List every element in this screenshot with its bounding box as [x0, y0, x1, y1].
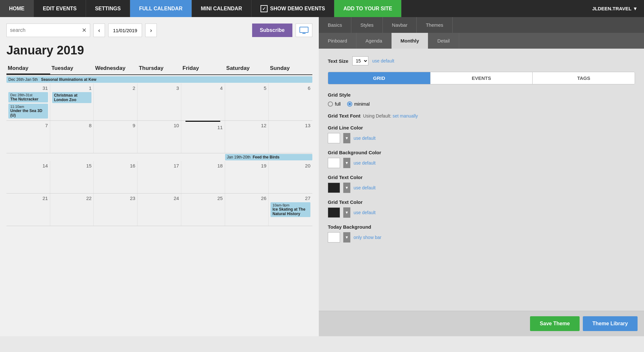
- tab-pinboard[interactable]: Pinboard: [319, 33, 356, 49]
- month-title: January 2019: [6, 43, 312, 57]
- right-panel-content: Text Size 15 use default GRID EVENTS TAG…: [319, 49, 644, 311]
- tab-styles[interactable]: Styles: [351, 17, 383, 33]
- event-christmas-zoo[interactable]: Christmas at London Zoo: [52, 92, 92, 103]
- today-bg-dropdown[interactable]: ▼: [343, 232, 350, 243]
- text-size-use-default[interactable]: use default: [372, 58, 394, 63]
- event-ice-skating[interactable]: 10am-9pm Ice Skating at The Natural Hist…: [270, 202, 310, 217]
- radio-minimal[interactable]: [347, 101, 352, 107]
- grid-line-color-dropdown[interactable]: ▼: [343, 133, 350, 143]
- clear-search-button[interactable]: ✕: [82, 27, 87, 34]
- set-manually-link[interactable]: set manually: [393, 113, 418, 119]
- event-feed-birds[interactable]: Jan 19th-20th Feed the Birds: [225, 154, 312, 160]
- cal-cell-8: 8: [50, 121, 94, 153]
- grid-bg-color-swatch[interactable]: [328, 158, 340, 168]
- search-input[interactable]: [10, 27, 82, 33]
- cal-cell-4: 4: [181, 83, 225, 120]
- grid-text-color-2-dropdown[interactable]: ▼: [343, 207, 350, 218]
- nav-show-demo[interactable]: ✓ SHOW DEMO EVENTS: [251, 0, 335, 17]
- today-bg-picker: ▼ only show bar: [328, 232, 635, 243]
- sub-tab-tags[interactable]: TAGS: [533, 72, 635, 84]
- nav-edit-events[interactable]: EDIT EVENTS: [34, 0, 86, 17]
- grid-text-color-2-picker: ▼ use default: [328, 207, 635, 218]
- grid-bg-use-default[interactable]: use default: [354, 160, 376, 166]
- event-seasonal-illuminations[interactable]: Dec 26th-Jan 5th Seasonal Illuminations …: [6, 76, 312, 83]
- nav-mini-calendar[interactable]: MINI CALENDAR: [192, 0, 251, 17]
- screen-view-button[interactable]: [296, 24, 312, 37]
- grid-text-color-1-dropdown[interactable]: ▼: [343, 183, 350, 193]
- grid-bg-color-row: Grid Background Color ▼ use default: [328, 150, 635, 168]
- main-layout: ✕ ‹ 11/01/2019 › Subscribe January 2019: [0, 17, 644, 336]
- day-number: 3: [139, 85, 179, 91]
- grid-line-color-picker: ▼ use default: [328, 133, 635, 143]
- tab-agenda[interactable]: Agenda: [356, 33, 392, 49]
- grid-line-color-swatch[interactable]: [328, 133, 340, 143]
- grid-text-color-1-use-default[interactable]: use default: [354, 185, 376, 190]
- grid-text-font-row: Grid Text Font Using Default: set manual…: [328, 113, 635, 119]
- next-month-button[interactable]: ›: [145, 24, 157, 37]
- event-under-sea[interactable]: 11:10am Under the Sea 3D (U): [8, 104, 48, 119]
- user-menu[interactable]: JLDEEN.TRAVEL ▼: [586, 0, 644, 17]
- sub-tab-grid[interactable]: GRID: [328, 72, 431, 84]
- grid-line-use-default[interactable]: use default: [354, 136, 376, 141]
- day-number: 31: [8, 85, 48, 91]
- tab-monthly[interactable]: Monthly: [392, 33, 429, 49]
- cal-cell-19: 19: [225, 161, 269, 193]
- text-size-select[interactable]: 15: [352, 56, 368, 65]
- tab-basics[interactable]: Basics: [319, 17, 351, 33]
- header-friday: Friday: [181, 63, 225, 74]
- grid-text-color-1-label: Grid Text Color: [328, 175, 635, 180]
- grid-style-title: Grid Style: [328, 92, 635, 98]
- tab-themes[interactable]: Themes: [417, 17, 452, 33]
- prev-month-button[interactable]: ‹: [93, 24, 105, 37]
- cal-cell-7: 7: [6, 121, 50, 153]
- save-theme-button[interactable]: Save Theme: [530, 316, 579, 331]
- grid-text-color-1-swatch[interactable]: [328, 183, 340, 193]
- day-number: 1: [52, 85, 92, 91]
- today-bg-label: Today Background: [328, 224, 635, 230]
- cal-cell-26: 26: [225, 194, 269, 226]
- day-number: 24: [139, 195, 179, 202]
- grid-style-full[interactable]: full: [328, 101, 341, 107]
- right-tabs-row1: Basics Styles Navbar Themes: [319, 17, 644, 33]
- grid-style-minimal[interactable]: minimal: [347, 101, 370, 107]
- nav-settings[interactable]: SETTINGS: [86, 0, 130, 17]
- cal-cell-11-today: 11: [181, 121, 225, 153]
- theme-library-button[interactable]: Theme Library: [583, 316, 638, 331]
- cal-cell-31: 31 Dec 28th-31st The Nutcracker 11:10am …: [6, 83, 50, 120]
- day-number: 20: [270, 162, 310, 169]
- grid-text-color-2-swatch[interactable]: [328, 207, 340, 218]
- grid-text-color-2-use-default[interactable]: use default: [354, 210, 376, 215]
- day-number: 19: [227, 162, 267, 169]
- sub-tab-events[interactable]: EVENTS: [431, 72, 533, 84]
- cal-cell-17: 17: [137, 161, 181, 193]
- today-bg-swatch[interactable]: [328, 232, 340, 243]
- today-bg-row: Today Background ▼ only show bar: [328, 224, 635, 243]
- nav-add-to-site[interactable]: ADD TO YOUR SITE: [334, 0, 401, 17]
- tab-navbar[interactable]: Navbar: [383, 17, 417, 33]
- search-box: ✕: [6, 24, 90, 37]
- cal-cell-21: 21: [6, 194, 50, 226]
- grid-line-color-row: Grid Line Color ▼ use default: [328, 125, 635, 143]
- nav-full-calendar[interactable]: FULL CALENDAR: [130, 0, 192, 17]
- cal-cell-13: 13: [269, 121, 312, 153]
- subscribe-button[interactable]: Subscribe: [252, 24, 292, 37]
- cal-cell-1: 1 Christmas at London Zoo: [50, 83, 94, 120]
- sub-tabs: GRID EVENTS TAGS: [328, 72, 635, 84]
- day-number: 8: [52, 122, 92, 129]
- day-number: 21: [8, 195, 48, 202]
- day-number: 25: [183, 195, 223, 202]
- radio-full[interactable]: [328, 101, 333, 107]
- event-nutcracker[interactable]: Dec 28th-31st The Nutcracker: [8, 92, 48, 102]
- cal-cell-23: 23: [94, 194, 137, 226]
- cal-cell-15: 15: [50, 161, 94, 193]
- grid-bg-color-dropdown[interactable]: ▼: [343, 158, 350, 168]
- cal-cell-27: 27 10am-9pm Ice Skating at The Natural H…: [269, 194, 312, 226]
- today-bg-only-show-bar[interactable]: only show bar: [354, 235, 381, 240]
- cal-cell-5: 5: [225, 83, 269, 120]
- nav-home[interactable]: HOME: [0, 0, 34, 17]
- show-demo-checkbox[interactable]: ✓: [260, 5, 268, 12]
- cal-cell-14: 14: [6, 161, 50, 193]
- day-number: 2: [96, 85, 135, 91]
- day-number: 12: [227, 122, 267, 129]
- tab-detail[interactable]: Detail: [428, 33, 459, 49]
